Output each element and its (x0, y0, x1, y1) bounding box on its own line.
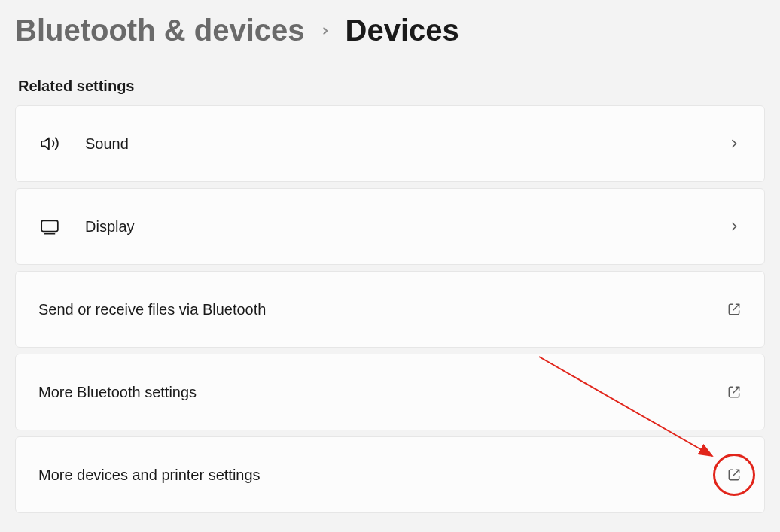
external-link-icon (727, 385, 742, 400)
settings-item-more-bluetooth[interactable]: More Bluetooth settings (15, 354, 765, 430)
svg-marker-0 (41, 138, 49, 149)
svg-rect-1 (41, 220, 58, 231)
settings-item-label: More Bluetooth settings (38, 384, 727, 401)
chevron-right-icon (727, 219, 742, 234)
settings-item-label: Display (85, 218, 727, 236)
settings-item-label: Send or receive files via Bluetooth (38, 301, 727, 318)
settings-item-label: More devices and printer settings (38, 467, 727, 484)
settings-item-label: Sound (85, 135, 727, 153)
related-settings-list: Sound Display Send or receive files via … (15, 105, 765, 513)
chevron-right-icon (318, 24, 332, 38)
settings-item-sound[interactable]: Sound (15, 105, 765, 182)
external-link-icon (727, 467, 742, 482)
breadcrumb-current: Devices (346, 14, 459, 47)
speaker-icon (38, 134, 61, 154)
settings-item-more-devices-printers[interactable]: More devices and printer settings (15, 436, 765, 513)
breadcrumb: Bluetooth & devices Devices (15, 14, 765, 47)
breadcrumb-parent-link[interactable]: Bluetooth & devices (15, 14, 305, 47)
chevron-right-icon (727, 136, 742, 151)
settings-item-bluetooth-files[interactable]: Send or receive files via Bluetooth (15, 271, 765, 348)
display-icon (38, 217, 61, 236)
external-link-icon (727, 302, 742, 317)
section-title: Related settings (18, 78, 765, 95)
settings-item-display[interactable]: Display (15, 188, 765, 265)
